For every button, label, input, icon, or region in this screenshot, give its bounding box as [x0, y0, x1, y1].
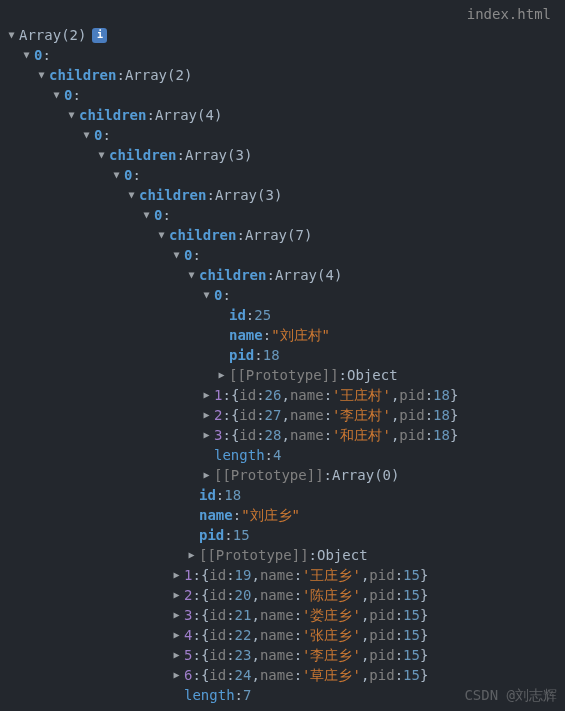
chevron-down-icon[interactable] — [96, 145, 107, 165]
tree-row: 0: — [6, 205, 561, 225]
tree-row: id: 25 — [6, 305, 561, 325]
tree-row: children: Array(4) — [6, 105, 561, 125]
sibling-row: 4: {id: 22, name: '张庄乡', pid: 15} — [6, 625, 561, 645]
chevron-down-icon[interactable] — [36, 65, 47, 85]
file-tab[interactable]: index.html — [467, 4, 551, 24]
tree-row: [[Prototype]]: Object — [6, 545, 561, 565]
sibling-row: 3: {id: 28, name: '和庄村', pid: 18} — [6, 425, 561, 445]
length-row: length: 4 — [6, 445, 561, 465]
chevron-right-icon[interactable] — [201, 425, 212, 445]
chevron-right-icon[interactable] — [171, 605, 182, 625]
tree-row: [[Prototype]]: Array(0) — [6, 465, 561, 485]
chevron-down-icon[interactable] — [21, 45, 32, 65]
chevron-right-icon[interactable] — [171, 625, 182, 645]
chevron-down-icon[interactable] — [66, 105, 77, 125]
console-tree: Array(2)i 0: children: Array(2) 0: child… — [0, 0, 565, 709]
sibling-row: 1: {id: 26, name: '王庄村', pid: 18} — [6, 385, 561, 405]
chevron-down-icon[interactable] — [156, 225, 167, 245]
tree-row: 0: — [6, 125, 561, 145]
watermark: CSDN @刘志辉 — [464, 685, 557, 705]
chevron-right-icon[interactable] — [201, 405, 212, 425]
sibling-row: 2: {id: 27, name: '李庄村', pid: 18} — [6, 405, 561, 425]
sibling-row: 3: {id: 21, name: '娄庄乡', pid: 15} — [6, 605, 561, 625]
tree-row: pid: 18 — [6, 345, 561, 365]
chevron-right-icon[interactable] — [171, 565, 182, 585]
chevron-right-icon[interactable] — [171, 665, 182, 685]
tree-row: id: 18 — [6, 485, 561, 505]
tree-row: name: "刘庄村" — [6, 325, 561, 345]
chevron-down-icon[interactable] — [111, 165, 122, 185]
chevron-right-icon[interactable] — [171, 585, 182, 605]
tree-row: 0: — [6, 285, 561, 305]
tree-row: name: "刘庄乡" — [6, 505, 561, 525]
sibling-row: 1: {id: 19, name: '王庄乡', pid: 15} — [6, 565, 561, 585]
tree-row: 0: — [6, 165, 561, 185]
chevron-right-icon[interactable] — [171, 645, 182, 665]
chevron-down-icon[interactable] — [186, 265, 197, 285]
tree-row: 0: — [6, 245, 561, 265]
chevron-right-icon[interactable] — [216, 365, 227, 385]
info-icon[interactable]: i — [92, 28, 107, 43]
tree-row: children: Array(3) — [6, 145, 561, 165]
chevron-down-icon[interactable] — [126, 185, 137, 205]
chevron-down-icon[interactable] — [141, 205, 152, 225]
chevron-right-icon[interactable] — [201, 465, 212, 485]
sibling-row: 2: {id: 20, name: '陈庄乡', pid: 15} — [6, 585, 561, 605]
tree-row: 0: — [6, 85, 561, 105]
tree-row: children: Array(2) — [6, 65, 561, 85]
tree-row: 0: — [6, 45, 561, 65]
tree-row: [[Prototype]]: Object — [6, 365, 561, 385]
chevron-down-icon[interactable] — [51, 85, 62, 105]
sibling-row: 6: {id: 24, name: '草庄乡', pid: 15} — [6, 665, 561, 685]
chevron-down-icon[interactable] — [201, 285, 212, 305]
tree-row: children: Array(4) — [6, 265, 561, 285]
sibling-row: 5: {id: 23, name: '李庄乡', pid: 15} — [6, 645, 561, 665]
tree-row: children: Array(3) — [6, 185, 561, 205]
chevron-down-icon[interactable] — [171, 245, 182, 265]
chevron-down-icon[interactable] — [81, 125, 92, 145]
array-root-row: Array(2)i — [6, 25, 561, 45]
chevron-right-icon[interactable] — [186, 545, 197, 565]
chevron-right-icon[interactable] — [201, 385, 212, 405]
tree-row: pid: 15 — [6, 525, 561, 545]
chevron-down-icon[interactable] — [6, 25, 17, 45]
tree-row: children: Array(7) — [6, 225, 561, 245]
